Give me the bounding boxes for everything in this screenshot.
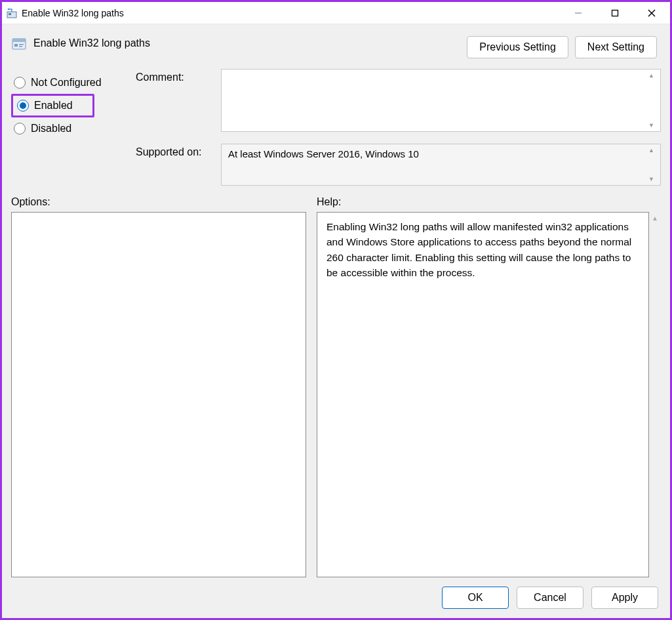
ok-button[interactable]: OK bbox=[442, 587, 509, 609]
comment-scroll-icons: ▲ ▼ bbox=[648, 72, 658, 129]
radio-circle-icon bbox=[17, 100, 29, 112]
help-text: Enabling Win32 long paths will allow man… bbox=[326, 221, 631, 278]
help-scrollbar[interactable]: ▲ bbox=[649, 212, 661, 577]
supported-on-label: Supported on: bbox=[136, 144, 214, 158]
help-panel: Enabling Win32 long paths will allow man… bbox=[317, 212, 649, 577]
radio-circle-icon bbox=[14, 123, 26, 134]
policy-title: Enable Win32 long paths bbox=[33, 36, 150, 49]
svg-rect-8 bbox=[12, 39, 26, 42]
policy-header: Enable Win32 long paths Previous Setting… bbox=[9, 31, 663, 69]
previous-setting-button[interactable]: Previous Setting bbox=[467, 36, 568, 58]
arrow-down-icon: ▼ bbox=[648, 122, 658, 129]
close-button[interactable] bbox=[633, 2, 670, 24]
window-title: Enable Win32 long paths bbox=[22, 8, 124, 18]
radio-label: Enabled bbox=[34, 100, 73, 112]
dialog-footer: OK Cancel Apply bbox=[9, 577, 663, 611]
help-label: Help: bbox=[317, 196, 341, 208]
svg-rect-4 bbox=[612, 10, 618, 16]
svg-rect-9 bbox=[14, 44, 18, 47]
next-setting-button[interactable]: Next Setting bbox=[575, 36, 657, 58]
window-controls bbox=[560, 2, 670, 24]
config-row-comment: Not Configured Enabled Disabled Comment: bbox=[9, 69, 663, 140]
config-row-supported: Supported on: At least Windows Server 20… bbox=[9, 144, 663, 186]
supported-scroll-icons: ▲ ▼ bbox=[648, 147, 658, 182]
comment-textbox[interactable]: ▲ ▼ bbox=[221, 69, 661, 132]
svg-point-2 bbox=[8, 8, 10, 10]
radio-disabled[interactable]: Disabled bbox=[11, 117, 129, 140]
help-panel-wrap: Enabling Win32 long paths will allow man… bbox=[317, 212, 661, 577]
apply-button[interactable]: Apply bbox=[591, 587, 658, 609]
supported-on-value: At least Windows Server 2016, Windows 10 bbox=[228, 148, 419, 159]
radio-enabled[interactable]: Enabled bbox=[14, 98, 75, 113]
supported-on-textbox: At least Windows Server 2016, Windows 10… bbox=[221, 144, 661, 186]
minimize-button[interactable] bbox=[560, 2, 597, 24]
radio-circle-icon bbox=[14, 77, 26, 89]
radio-label: Disabled bbox=[31, 123, 71, 134]
arrow-up-icon: ▲ bbox=[652, 215, 658, 222]
enabled-highlight: Enabled bbox=[11, 94, 94, 117]
arrow-up-icon: ▲ bbox=[648, 147, 658, 154]
titlebar: Enable Win32 long paths bbox=[2, 2, 670, 24]
cancel-button[interactable]: Cancel bbox=[517, 587, 583, 609]
svg-rect-10 bbox=[19, 44, 24, 45]
svg-rect-11 bbox=[19, 46, 22, 47]
content-area: Enable Win32 long paths Previous Setting… bbox=[2, 24, 670, 618]
options-label: Options: bbox=[11, 196, 306, 208]
app-icon bbox=[6, 7, 18, 19]
window-frame: Enable Win32 long paths bbox=[0, 0, 672, 620]
radio-label: Not Configured bbox=[31, 77, 102, 89]
comment-label: Comment: bbox=[136, 69, 214, 83]
arrow-up-icon: ▲ bbox=[648, 72, 658, 79]
radio-dot-icon bbox=[20, 102, 26, 109]
options-panel bbox=[11, 212, 306, 577]
state-radio-group: Not Configured Enabled Disabled bbox=[11, 69, 129, 140]
maximize-button[interactable] bbox=[597, 2, 633, 24]
panels-row: Enabling Win32 long paths will allow man… bbox=[9, 212, 663, 577]
arrow-down-icon: ▼ bbox=[648, 176, 658, 182]
panels-labels: Options: Help: bbox=[9, 186, 663, 212]
policy-icon bbox=[11, 36, 27, 52]
radio-not-configured[interactable]: Not Configured bbox=[11, 72, 129, 94]
svg-rect-1 bbox=[9, 13, 11, 15]
